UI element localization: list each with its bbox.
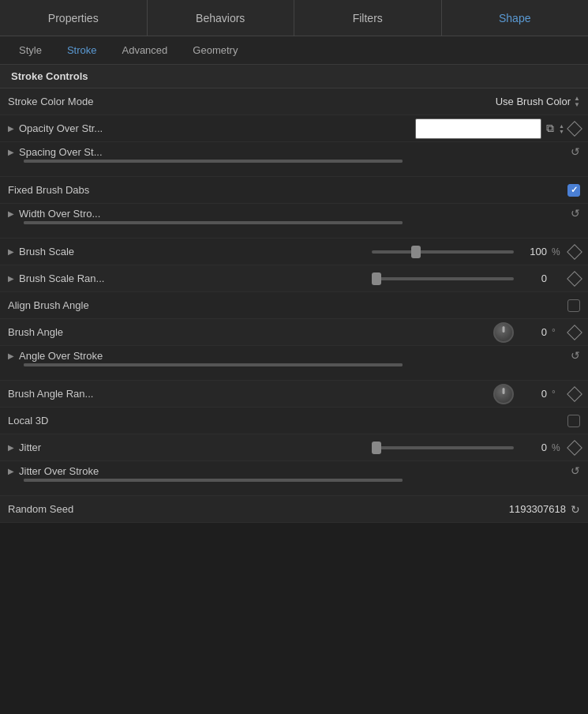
row-jitter-bottom: [8, 479, 580, 482]
row-align-brush-angle: Align Brush Angle: [0, 292, 588, 319]
row-brush-scale: ▶ Brush Scale 100 %: [0, 239, 588, 265]
top-tabs-bar: Properties Behaviors Filters Shape: [0, 0, 588, 36]
label-align-brush-angle: Align Brush Angle: [8, 299, 150, 311]
slider-brush-scale[interactable]: [372, 250, 514, 254]
section-header: Stroke Controls: [0, 65, 588, 88]
slider-spacing[interactable]: [24, 160, 403, 163]
slider-brush-scale-ran[interactable]: [372, 277, 514, 280]
slider-thumb-brush-scale[interactable]: [411, 246, 421, 258]
row-brush-angle-ran: Brush Angle Ran... 0 °: [0, 381, 588, 408]
sub-tabs-bar: Style Stroke Advanced Geometry: [0, 36, 588, 65]
keyframe-diamond-jitter[interactable]: [567, 440, 582, 456]
row-fixed-brush-dabs: Fixed Brush Dabs: [0, 177, 588, 204]
row-brush-angle: Brush Angle 0 °: [0, 319, 588, 346]
row-width-top: ▶ Width Over Stro... ↺: [8, 207, 580, 220]
reset-icon-angle[interactable]: ↺: [571, 349, 580, 362]
control-brush-scale-ran: 0: [150, 272, 580, 284]
dial-brush-angle-ran[interactable]: [493, 384, 514, 404]
control-brush-angle-ran: 0 °: [150, 384, 580, 404]
control-align-brush-angle: [150, 299, 580, 312]
content-area: Stroke Controls Stroke Color Mode Use Br…: [0, 65, 588, 714]
row-spacing-bottom: [8, 160, 580, 163]
row-jitter: ▶ Jitter 0 %: [0, 434, 588, 461]
keyframe-diamond-brush-angle[interactable]: [567, 325, 582, 340]
subtab-geometry[interactable]: Geometry: [182, 41, 249, 59]
slider-angle[interactable]: [24, 363, 403, 366]
row-jitter-over-stroke: ▶ Jitter Over Stroke ↺: [0, 461, 588, 496]
label-brush-angle-ran: Brush Angle Ran...: [8, 388, 150, 400]
expand-jitter-over-icon[interactable]: ▶: [8, 467, 14, 475]
label-brush-scale: ▶ Brush Scale: [8, 246, 150, 257]
tab-behaviors[interactable]: Behaviors: [148, 0, 295, 36]
label-width-over-stro: ▶ Width Over Stro...: [8, 208, 150, 220]
control-brush-angle: 0 °: [150, 322, 580, 343]
label-jitter-over-stroke: ▶ Jitter Over Stroke: [8, 465, 150, 477]
expand-angle-icon[interactable]: ▶: [8, 351, 14, 360]
row-spacing-over-st: ▶ Spacing Over St... ↺: [0, 142, 588, 177]
row-stroke-color-mode: Stroke Color Mode Use Brush Color ▲▼: [0, 88, 588, 115]
swatch-arrows-icon: ▲▼: [559, 123, 564, 134]
expand-jitter-icon[interactable]: ▶: [8, 443, 14, 452]
keyframe-diamond-brush-scale-ran[interactable]: [567, 271, 582, 287]
row-jitter-top: ▶ Jitter Over Stroke ↺: [8, 464, 580, 477]
label-random-seed: Random Seed: [8, 503, 150, 515]
tab-shape[interactable]: Shape: [442, 0, 589, 36]
slider-thumb-brush-scale-ran[interactable]: [372, 272, 381, 285]
subtab-style[interactable]: Style: [8, 41, 53, 59]
control-stroke-color-mode: Use Brush Color ▲▼: [150, 96, 580, 108]
tab-properties[interactable]: Properties: [0, 0, 148, 36]
checkbox-local-3d[interactable]: [567, 415, 580, 427]
dropdown-arrows-icon: ▲▼: [574, 96, 580, 108]
label-angle-over-stroke: ▶ Angle Over Stroke: [8, 350, 150, 362]
reset-icon-spacing[interactable]: ↺: [571, 145, 580, 158]
copy-icon-opacity[interactable]: ⧉: [546, 122, 554, 135]
row-opacity-over-str: ▶ Opacity Over Str... ⧉ ▲▼: [0, 115, 588, 142]
expand-brush-scale-icon[interactable]: ▶: [8, 247, 14, 256]
keyframe-diamond-opacity[interactable]: [567, 121, 582, 137]
row-random-seed: Random Seed 1193307618 ↻: [0, 496, 588, 523]
label-opacity-over-str: ▶ Opacity Over Str...: [8, 122, 150, 134]
row-angle-top: ▶ Angle Over Stroke ↺: [8, 349, 580, 362]
tab-filters[interactable]: Filters: [294, 0, 442, 36]
row-angle-bottom: [8, 363, 580, 366]
row-width-over-stro: ▶ Width Over Stro... ↺: [0, 204, 588, 239]
control-random-seed: 1193307618 ↻: [150, 503, 580, 516]
control-fixed-brush-dabs: [150, 184, 580, 197]
row-width-bottom: [8, 221, 580, 224]
keyframe-diamond-brush-scale[interactable]: [567, 244, 582, 260]
expand-width-icon[interactable]: ▶: [8, 209, 14, 218]
expand-opacity-icon[interactable]: ▶: [8, 124, 14, 133]
row-angle-over-stroke: ▶ Angle Over Stroke ↺: [0, 346, 588, 381]
expand-brush-scale-ran-icon[interactable]: ▶: [8, 274, 14, 283]
row-local-3d: Local 3D: [0, 408, 588, 434]
label-fixed-brush-dabs: Fixed Brush Dabs: [8, 184, 150, 196]
dial-brush-angle[interactable]: [493, 322, 514, 343]
label-jitter: ▶ Jitter: [8, 442, 150, 453]
slider-thumb-jitter[interactable]: [372, 442, 381, 454]
label-spacing-over-st: ▶ Spacing Over St...: [8, 146, 150, 158]
slider-width[interactable]: [24, 221, 403, 224]
checkbox-align-brush-angle[interactable]: [567, 299, 580, 312]
expand-spacing-icon[interactable]: ▶: [8, 148, 14, 156]
dropdown-stroke-color-mode[interactable]: Use Brush Color ▲▼: [496, 96, 580, 108]
label-stroke-color-mode: Stroke Color Mode: [8, 96, 150, 107]
slider-jitter[interactable]: [372, 446, 514, 449]
label-brush-angle: Brush Angle: [8, 326, 150, 338]
subtab-advanced[interactable]: Advanced: [110, 41, 178, 59]
control-jitter: 0 %: [150, 442, 580, 453]
control-brush-scale: 100 %: [150, 246, 580, 257]
control-local-3d: [150, 415, 580, 427]
label-brush-scale-ran: ▶ Brush Scale Ran...: [8, 272, 150, 284]
keyframe-diamond-brush-angle-ran[interactable]: [567, 386, 582, 402]
reset-icon-width[interactable]: ↺: [571, 207, 580, 220]
slider-jitter-over[interactable]: [24, 479, 403, 482]
reset-icon-jitter[interactable]: ↺: [571, 464, 580, 477]
row-brush-scale-ran: ▶ Brush Scale Ran... 0: [0, 265, 588, 292]
control-opacity-over-str: ⧉ ▲▼: [150, 118, 580, 139]
row-spacing-top: ▶ Spacing Over St... ↺: [8, 145, 580, 158]
checkbox-fixed-brush-dabs[interactable]: [567, 184, 580, 197]
subtab-stroke[interactable]: Stroke: [56, 41, 108, 59]
refresh-icon-random-seed[interactable]: ↻: [571, 503, 580, 516]
color-swatch-opacity[interactable]: [415, 118, 541, 139]
label-local-3d: Local 3D: [8, 415, 150, 427]
